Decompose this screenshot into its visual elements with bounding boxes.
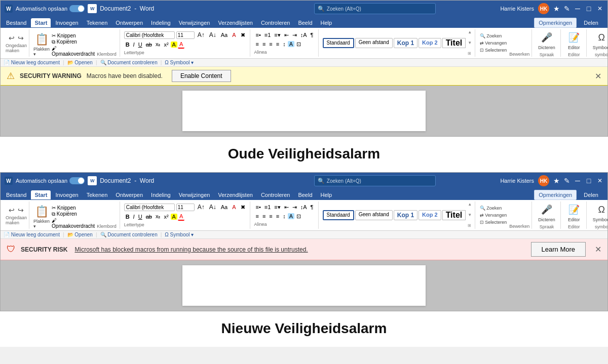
menu-ontwerpen[interactable]: Ontwerpen <box>112 18 146 27</box>
open-link[interactable]: 📂 Openen <box>67 60 93 65</box>
bincrease-indent-button[interactable]: ⇥ <box>291 204 298 211</box>
beditor-button[interactable]: 📝 Editor <box>565 201 583 223</box>
bmenu-invoegen[interactable]: Invoegen <box>52 190 82 199</box>
bzoeken-button[interactable]: 🔍Zoeken <box>478 205 508 211</box>
align-left-button[interactable]: ≡ <box>254 41 260 48</box>
bstrikethrough-button[interactable]: ab <box>144 213 154 220</box>
bstyle-kop1[interactable]: Kop 1 <box>394 210 417 220</box>
bfont-name-input[interactable] <box>124 204 175 211</box>
bdecrease-indent-button[interactable]: ⇤ <box>283 204 290 211</box>
bfont-shrink-button[interactable]: A↓ <box>208 203 218 211</box>
bdicteren-button[interactable]: 🎤 Dicteren <box>536 201 557 223</box>
style-geen-afstand[interactable]: Geen afstand <box>355 38 393 48</box>
menu-verzendlijsten[interactable]: Verzendlijsten <box>214 18 256 27</box>
paste-button[interactable]: 📋 Plakken ▾ <box>33 33 50 57</box>
bpaste-button[interactable]: 📋 Plakken ▾ <box>33 205 50 229</box>
style-standaard[interactable]: Standaard <box>323 38 354 48</box>
menu-help[interactable]: Help <box>317 18 336 27</box>
bclose-button[interactable]: ✕ <box>596 177 603 184</box>
font-shrink-button[interactable]: A↓ <box>208 31 218 39</box>
bmenu-help[interactable]: Help <box>317 190 336 199</box>
bmenu-start[interactable]: Start <box>31 190 51 199</box>
redo-button[interactable]: ↪ <box>17 33 25 43</box>
bnumbering-button[interactable]: ≡1 <box>263 204 273 211</box>
expand-arrow[interactable]: ⊞ <box>468 52 472 56</box>
balign-left-button[interactable]: ≡ <box>254 213 260 220</box>
bmenu-beeld[interactable]: Beeld <box>294 190 316 199</box>
bline-spacing-button[interactable]: ↕ <box>281 213 287 220</box>
bhighlight-button[interactable]: A <box>171 214 177 220</box>
autosave-toggle[interactable] <box>69 5 85 12</box>
bmenu-controleren[interactable]: Controleren <box>257 190 293 199</box>
bnew-document-link[interactable]: 📄 Nieuw leeg document <box>4 232 60 237</box>
bcopy-button[interactable]: ⧉ Kopiëren <box>52 211 95 217</box>
font-color2-button[interactable]: A <box>178 41 184 49</box>
bdocument-controleren-link[interactable]: 🔍 Document controleren <box>100 232 158 237</box>
bsort-button[interactable]: ↕A <box>299 204 309 211</box>
bstyle-standaard[interactable]: Standaard <box>323 210 354 220</box>
bsuperscript-button[interactable]: x² <box>162 213 170 220</box>
bautosave-toggle[interactable] <box>69 177 85 184</box>
menu-controleren[interactable]: Controleren <box>257 18 293 27</box>
justify-button[interactable]: ≡ <box>275 41 281 48</box>
menu-verwijzingen[interactable]: Verwijzingen <box>175 18 214 27</box>
bsymbool-button[interactable]: Ω Symbool <box>591 201 608 223</box>
bopen-link[interactable]: 📂 Openen <box>67 232 93 237</box>
learn-more-button[interactable]: Learn More <box>531 242 586 257</box>
strikethrough-button[interactable]: ab <box>144 41 154 48</box>
bitalic-button[interactable]: I <box>132 213 136 220</box>
border-button[interactable]: ⊡ <box>295 41 302 48</box>
bullets-button[interactable]: ≡• <box>254 31 262 38</box>
bmenu-verwijzingen[interactable]: Verwijzingen <box>175 190 214 199</box>
document-controleren-link[interactable]: 🔍 Document controleren <box>100 60 158 65</box>
bbold-button[interactable]: B <box>124 213 131 220</box>
font-name-input[interactable] <box>124 31 175 39</box>
bmenu-tekenen[interactable]: Tekenen <box>83 190 111 199</box>
bbullets-button[interactable]: ≡• <box>254 204 262 211</box>
bstyle-kop2[interactable]: Kop 2 <box>419 210 441 220</box>
menu-start[interactable]: Start <box>31 18 51 27</box>
underline-button[interactable]: U <box>137 41 144 48</box>
new-document-link[interactable]: 📄 Nieuw leeg document <box>4 60 60 65</box>
delen-button[interactable]: Delen <box>579 18 603 27</box>
bunderline-button[interactable]: U <box>137 213 144 220</box>
bold-button[interactable]: B <box>124 41 131 48</box>
banner-close-button[interactable]: ✕ <box>595 71 601 81</box>
dicteren-button[interactable]: 🎤 Dicteren <box>536 29 557 51</box>
show-hide-button[interactable]: ¶ <box>309 31 315 38</box>
bscroll-up-arrow[interactable]: ▲ <box>468 203 472 207</box>
bsubscript-button[interactable]: x₂ <box>154 213 162 220</box>
balign-center-button[interactable]: ≡ <box>261 213 267 220</box>
bfont-grow-button[interactable]: A↑ <box>196 203 206 211</box>
bmenu-bestand[interactable]: Bestand <box>3 190 30 199</box>
numbering-button[interactable]: ≡1 <box>263 31 273 38</box>
bmenu-ontwerpen[interactable]: Ontwerpen <box>112 190 146 199</box>
menu-tekenen[interactable]: Tekenen <box>83 18 111 27</box>
bredo-button[interactable]: ↪ <box>17 205 25 215</box>
font-color-button[interactable]: A <box>231 31 237 38</box>
bscroll-down-arrow[interactable]: ▼ <box>468 213 472 217</box>
font-grow-button[interactable]: A↑ <box>196 31 206 39</box>
line-spacing-button[interactable]: ↕ <box>281 41 287 48</box>
highlight-button[interactable]: A <box>171 42 177 48</box>
search-bar[interactable]: 🔍 Zoeken (Alt+Q) <box>314 3 436 14</box>
bmenu-verzendlijsten[interactable]: Verzendlijsten <box>214 190 256 199</box>
bclear-format-button[interactable]: ✖ <box>239 204 247 211</box>
bundo-button[interactable]: ↩ <box>8 205 16 215</box>
selecteren-button[interactable]: ⊡Selecteren <box>478 47 508 53</box>
bselecteren-button[interactable]: ⊡Selecteren <box>478 219 508 225</box>
menu-indeling[interactable]: Indeling <box>147 18 174 27</box>
italic-button[interactable]: I <box>132 41 136 48</box>
restore-button[interactable]: □ <box>585 5 592 12</box>
shading-button[interactable]: A <box>288 41 294 47</box>
bsearch-bar[interactable]: 🔍 Zoeken (Alt+Q) <box>314 175 436 186</box>
bjustify-button[interactable]: ≡ <box>275 213 281 220</box>
bsymbool-link[interactable]: Ω Symbool ▾ <box>165 232 194 237</box>
bshow-hide-button[interactable]: ¶ <box>309 204 315 211</box>
bvervangen-button[interactable]: ⇄Vervangen <box>478 212 508 218</box>
enable-content-button[interactable]: Enable Content <box>172 70 231 82</box>
opmerkingen-button[interactable]: Opmerkingen <box>534 18 577 28</box>
bformatpainter-button[interactable]: 🖌 Opmaakoverdracht <box>52 218 95 229</box>
align-right-button[interactable]: ≡ <box>268 41 274 48</box>
bcut-button[interactable]: ✂ Knippen <box>52 205 95 211</box>
